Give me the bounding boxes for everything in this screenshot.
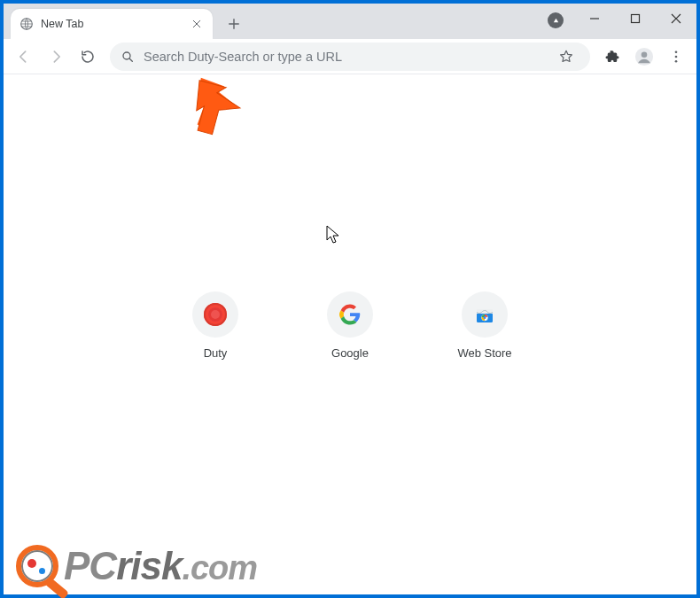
toolbar — [4, 39, 696, 74]
browser-tab[interactable]: New Tab — [11, 9, 213, 39]
shortcut-label: Duty — [204, 346, 228, 360]
tab-title: New Tab — [41, 18, 190, 30]
shortcut-label: Web Store — [457, 346, 511, 360]
new-tab-button[interactable] — [222, 12, 246, 36]
kebab-menu-icon[interactable] — [663, 43, 689, 70]
address-search-input[interactable] — [144, 50, 544, 64]
reload-button[interactable] — [74, 43, 101, 70]
app-frame: New Tab — [0, 0, 700, 598]
window-controls — [574, 4, 696, 39]
globe-icon — [19, 17, 34, 31]
new-tab-content: Duty Google Web Store — [4, 74, 696, 594]
svg-point-12 — [484, 316, 486, 319]
maximize-button[interactable] — [615, 4, 656, 34]
profile-avatar-icon[interactable] — [631, 43, 657, 70]
svg-point-6 — [675, 55, 678, 58]
shortcut-google[interactable]: Google — [310, 291, 390, 360]
back-button[interactable] — [11, 43, 37, 70]
svg-point-5 — [675, 50, 678, 53]
shortcut-row: Duty Google Web Store — [175, 291, 525, 360]
shortcut-circle — [192, 291, 238, 338]
svg-rect-1 — [632, 15, 640, 23]
cursor-pointer-icon — [326, 225, 340, 245]
svg-point-4 — [642, 51, 648, 58]
window-close-button[interactable] — [656, 4, 696, 34]
close-tab-icon[interactable] — [190, 17, 204, 31]
search-icon — [121, 50, 135, 64]
shortcut-circle — [327, 291, 373, 338]
omnibox[interactable] — [110, 43, 590, 71]
svg-point-7 — [675, 59, 678, 62]
shortcut-duty[interactable]: Duty — [175, 291, 255, 360]
shortcut-label: Google — [331, 346, 369, 360]
extensions-icon[interactable] — [599, 43, 626, 70]
shortcut-circle — [462, 291, 508, 338]
browser-window: New Tab — [4, 4, 696, 594]
shortcut-web-store[interactable]: Web Store — [445, 291, 525, 360]
duty-icon — [204, 303, 227, 326]
google-icon — [339, 304, 361, 325]
incognito-like-badge-icon — [548, 12, 564, 28]
minimize-button[interactable] — [574, 4, 615, 34]
titlebar: New Tab — [4, 4, 696, 39]
web-store-icon — [474, 304, 495, 325]
forward-button[interactable] — [43, 43, 69, 70]
bookmark-star-icon[interactable] — [553, 43, 579, 70]
